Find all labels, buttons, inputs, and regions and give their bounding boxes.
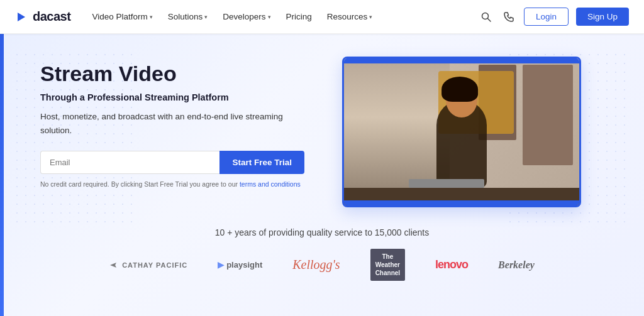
brand-weather-channel: TheWeatherChannel [370, 249, 405, 281]
logo-text: dacast [33, 9, 70, 24]
nav-developers[interactable]: Developers ▾ [216, 8, 277, 25]
nav-right-actions: Login Sign Up [479, 8, 629, 26]
search-icon [481, 12, 491, 22]
hero-section: Stream Video Through a Professional Stre… [0, 34, 644, 220]
svg-marker-0 [18, 13, 25, 21]
phone-button[interactable] [501, 9, 516, 25]
hero-left: Stream Video Through a Professional Stre… [40, 57, 304, 188]
video-thumbnail [344, 58, 579, 205]
nav-solutions[interactable]: Solutions ▾ [162, 8, 214, 25]
logo-link[interactable]: dacast [15, 9, 70, 24]
navbar: dacast Video Platform ▾ Solutions ▾ Deve… [0, 0, 644, 34]
email-form: Start Free Trial [40, 151, 304, 174]
start-free-trial-button[interactable]: Start Free Trial [219, 151, 304, 174]
brand-berkeley: Berkeley [498, 259, 535, 271]
bottom-section: 10 + years of providing quality service … [0, 220, 644, 287]
form-disclaimer: No credit card required. By clicking Sta… [40, 180, 304, 188]
search-button[interactable] [479, 9, 494, 25]
login-button[interactable]: Login [524, 8, 569, 26]
social-proof-text: 10 + years of providing quality service … [13, 227, 631, 237]
chevron-down-icon: ▾ [150, 14, 153, 20]
nav-pricing[interactable]: Pricing [280, 8, 318, 25]
nav-links: Video Platform ▾ Solutions ▾ Developers … [86, 8, 479, 25]
chevron-down-icon: ▾ [369, 14, 372, 20]
page-wrapper: dacast Video Platform ▾ Solutions ▾ Deve… [0, 0, 644, 316]
video-container[interactable] [342, 57, 581, 207]
plane-icon [109, 261, 117, 269]
chevron-down-icon: ▾ [204, 14, 208, 20]
hero-description: Host, monetize, and broadcast with an en… [40, 110, 304, 137]
brand-logos-row: CATHAY PACIFIC ▶ playsight Kellogg's The… [13, 249, 631, 281]
hero-right [342, 57, 581, 207]
hero-subtitle: Through a Professional Streaming Platfor… [40, 92, 304, 102]
svg-line-2 [487, 18, 491, 21]
video-bar-bottom [344, 200, 579, 205]
dacast-logo-icon [15, 10, 29, 24]
signup-button[interactable]: Sign Up [576, 8, 629, 26]
email-input[interactable] [40, 151, 219, 174]
brand-cathay-pacific: CATHAY PACIFIC [109, 261, 187, 269]
brand-lenovo: lenovo [435, 258, 468, 271]
brand-playsight: ▶ playsight [218, 260, 262, 270]
nav-resources[interactable]: Resources ▾ [321, 8, 379, 25]
chevron-down-icon: ▾ [268, 14, 271, 20]
video-bar-top [344, 58, 579, 63]
phone-icon [504, 12, 514, 22]
hero-title: Stream Video [40, 62, 304, 86]
terms-link[interactable]: terms and conditions [240, 180, 301, 188]
brand-kelloggs: Kellogg's [292, 258, 340, 272]
nav-video-platform[interactable]: Video Platform ▾ [86, 8, 158, 25]
